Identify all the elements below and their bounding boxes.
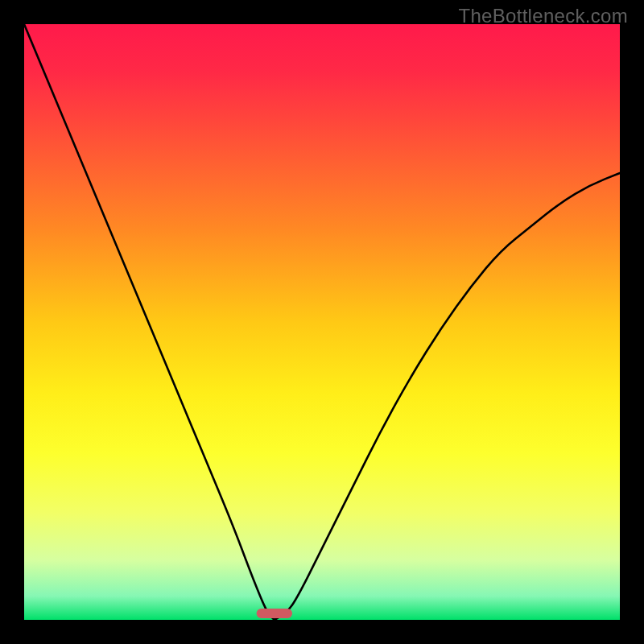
chart-svg — [24, 24, 620, 620]
plot-area — [24, 24, 620, 620]
chart-root: TheBottleneck.com — [0, 0, 644, 644]
gradient-background — [24, 24, 620, 620]
optimal-marker — [257, 609, 292, 618]
watermark-label: TheBottleneck.com — [458, 5, 628, 27]
